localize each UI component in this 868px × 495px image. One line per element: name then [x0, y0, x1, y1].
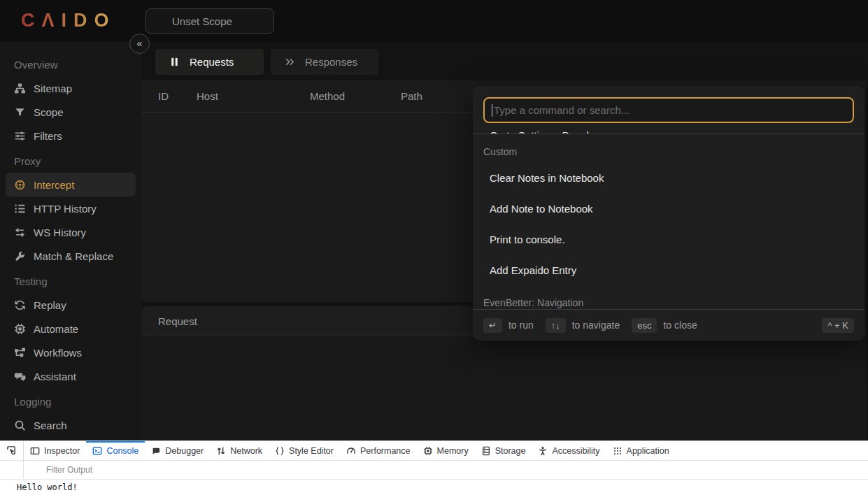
intercept-target-icon — [14, 179, 26, 191]
devtools-tab-performance[interactable]: Performance — [340, 441, 417, 460]
fast-forward-icon — [285, 57, 295, 67]
console-filter-input[interactable]: Filter Output — [24, 465, 868, 475]
debugger-icon — [151, 446, 161, 456]
column-header-host: Host — [197, 90, 310, 102]
automate-chip-icon — [14, 323, 26, 335]
palette-item-add-expaido-entry[interactable]: Add Expaido Entry — [473, 254, 865, 285]
palette-item-print-to-console-[interactable]: Print to console. — [473, 224, 865, 254]
tab-responses[interactable]: Responses — [271, 49, 379, 75]
accessibility-person-icon — [538, 446, 548, 456]
sidebar-item-label: Scope — [34, 106, 64, 118]
devtools-tab-network[interactable]: Network — [210, 441, 269, 460]
sidebar-item-sitemap[interactable]: Sitemap — [6, 76, 136, 100]
sidebar-item-label: Sitemap — [34, 82, 72, 94]
sidebar-nav: OverviewSitemapScopeFiltersProxyIntercep… — [0, 42, 141, 440]
sidebar-item-http-history[interactable]: HTTP History — [6, 196, 136, 220]
console-icon — [92, 446, 102, 456]
devtools-tab-label: Inspector — [44, 446, 80, 456]
devtools-tab-memory[interactable]: Memory — [417, 441, 475, 460]
sidebar-item-workflows[interactable]: Workflows — [6, 340, 136, 364]
palette-item-clear-notes-in-notebook[interactable]: Clear Notes in Notebook — [473, 162, 865, 193]
devtools-tab-inspector[interactable]: Inspector — [24, 441, 86, 460]
sidebar-item-label: Intercept — [34, 179, 74, 191]
sidebar-item-assistant[interactable]: Assistant — [6, 364, 136, 388]
column-header-method: Method — [310, 90, 401, 102]
key-hint-label: to close — [663, 320, 697, 331]
braces-icon — [275, 446, 285, 456]
caido-app: CΛIDO Unset Scope « OverviewSitemapScope… — [0, 0, 868, 440]
sidebar-item-label: Search — [34, 419, 67, 431]
http-history-list-icon — [14, 203, 26, 215]
palette-item-label: Add Expaido Entry — [490, 264, 576, 276]
key-badge: ↵ — [483, 318, 502, 333]
sidebar-item-filters[interactable]: Filters — [6, 124, 136, 148]
clear-console-button[interactable] — [0, 461, 24, 479]
key-badge: esc — [632, 318, 657, 333]
palette-section-header: Custom — [473, 134, 865, 162]
sidebar-item-replay[interactable]: Replay — [6, 293, 136, 317]
devtools-tab-debugger[interactable]: Debugger — [145, 441, 210, 460]
palette-shortcut-badge: ^ + K — [822, 318, 854, 333]
command-palette: Type a command or search... Go to Settin… — [473, 86, 865, 340]
console-filter-placeholder: Filter Output — [46, 465, 92, 475]
sidebar-item-ws-history[interactable]: WS History — [6, 220, 136, 244]
memory-chip-icon — [423, 446, 433, 456]
sitemap-icon — [14, 82, 26, 94]
sidebar-item-match-replace[interactable]: Match & Replace — [6, 244, 136, 268]
console-log-line: Hello world! — [17, 482, 78, 492]
sidebar-item-label: Match & Replace — [34, 250, 113, 262]
sidebar-item-search[interactable]: Search — [6, 413, 136, 437]
network-arrows-icon — [216, 446, 226, 456]
trash-icon — [7, 465, 17, 475]
chevron-down-icon — [256, 17, 265, 26]
devtools-console-toolbar: Filter Output — [0, 461, 868, 480]
command-palette-placeholder: Type a command or search... — [494, 104, 629, 116]
tab-label: Responses — [305, 56, 357, 68]
request-panel-title: Request — [158, 315, 197, 327]
palette-item-label: Clear Notes in Notebook — [490, 172, 604, 184]
text-caret — [492, 104, 492, 117]
devtools-tab-label: Application — [627, 446, 669, 456]
sidebar-section-header: Overview — [0, 52, 141, 76]
command-palette-footer: ↵to run↑↓to navigateescto close^ + K — [473, 309, 865, 340]
palette-section-header: EvenBetter: Navigation — [473, 285, 865, 309]
devtools-tab-application[interactable]: Application — [606, 441, 676, 460]
key-hint-label: to run — [508, 320, 534, 331]
sidebar-item-label: WS History — [34, 227, 86, 238]
scope-dropdown[interactable]: Unset Scope — [145, 8, 274, 34]
devtools-tab-label: Network — [230, 446, 262, 456]
palette-item-clipped[interactable]: Go to Settings: Developer — [473, 127, 865, 134]
tab-requests[interactable]: Requests — [155, 49, 264, 75]
sidebar-item-intercept[interactable]: Intercept — [6, 173, 136, 196]
devtools-tab-label: Memory — [437, 446, 469, 456]
sidebar-item-automate[interactable]: Automate — [6, 317, 136, 340]
tab-label: Requests — [190, 56, 234, 68]
caido-logo: CΛIDO — [21, 10, 116, 31]
intercept-tabs: RequestsResponses — [141, 42, 868, 80]
devtools-tab-accessibility[interactable]: Accessibility — [532, 441, 606, 460]
sidebar-section-header: Testing — [0, 269, 141, 293]
filter-funnel-outline-icon — [32, 466, 41, 475]
key-badge: ↑↓ — [546, 318, 566, 333]
palette-item-label: Print to console. — [490, 234, 565, 245]
assistant-chat-icon — [14, 371, 26, 382]
palette-item-add-note-to-notebook[interactable]: Add Note to Notebook — [473, 193, 865, 224]
sidebar-collapse-button[interactable]: « — [129, 34, 150, 54]
wrench-icon — [14, 250, 26, 262]
devtools-tab-label: Storage — [495, 446, 526, 456]
devtools-tab-console[interactable]: Console — [86, 441, 145, 460]
pick-element-button[interactable] — [0, 441, 24, 460]
devtools-tab-label: Performance — [360, 446, 411, 456]
command-palette-input[interactable]: Type a command or search... — [483, 97, 854, 123]
palette-item-label: Go to Settings: Developer — [490, 129, 610, 134]
application-grid-icon — [613, 446, 622, 456]
sidebar-section-header: Proxy — [0, 149, 141, 173]
devtools-tab-storage[interactable]: Storage — [475, 441, 532, 460]
sidebar-item-label: Filters — [34, 130, 62, 142]
devtools-tab-style-editor[interactable]: Style Editor — [269, 441, 340, 460]
column-header-id: ID — [141, 90, 197, 102]
sidebar-item-scope[interactable]: Scope — [6, 100, 136, 124]
filter-funnel-icon — [155, 16, 165, 27]
devtools-tab-label: Console — [106, 446, 138, 456]
pause-icon — [169, 57, 180, 67]
